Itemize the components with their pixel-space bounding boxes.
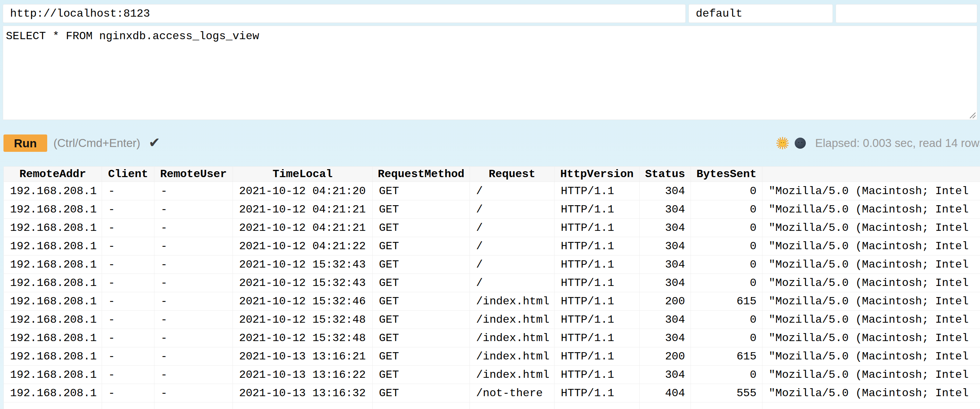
table-cell: - xyxy=(154,255,233,274)
table-cell: 2021-10-12 15:32:48 xyxy=(233,329,373,347)
column-header: HttpVersion xyxy=(555,167,640,182)
table-cell: 192.168.208.1 xyxy=(4,182,102,200)
table-row: 192.168.208.1--2021-10-12 15:32:43GET/HT… xyxy=(4,255,980,274)
table-row: 192.168.208.1--2021-10-12 04:21:21GET/HT… xyxy=(4,219,980,237)
table-row: 192.168.208.1--2021-10-12 15:32:46GET/in… xyxy=(4,292,980,311)
table-cell: /not-there xyxy=(470,384,555,403)
user-input[interactable] xyxy=(689,4,833,23)
table-cell: "Mozilla/5.0 (Macintosh; Intel xyxy=(762,329,980,347)
password-input[interactable] xyxy=(836,4,977,23)
table-cell: 2021-10-12 15:32:43 xyxy=(233,274,373,292)
table-cell: HTTP/1.1 xyxy=(555,311,640,329)
table-cell: / xyxy=(470,219,555,237)
table-cell: - xyxy=(154,219,233,237)
table-cell xyxy=(555,403,640,409)
table-cell: 192.168.208.1 xyxy=(4,237,102,255)
table-row: 192.168.208.1--2021-10-12 04:21:22GET/HT… xyxy=(4,237,980,255)
table-cell: 304 xyxy=(640,219,691,237)
table-cell: - xyxy=(102,182,154,200)
table-cell: HTTP/1.1 xyxy=(555,329,640,347)
table-cell: 192.168.208.1 xyxy=(4,292,102,311)
table-cell: "Mozilla/5.0 (Macintosh; Intel xyxy=(762,237,980,255)
table-cell: 192.168.208.1 xyxy=(4,200,102,219)
table-cell: 304 xyxy=(640,182,691,200)
run-bar: Run (Ctrl/Cmd+Enter) ✔ xyxy=(0,120,980,166)
table-cell: - xyxy=(154,366,233,384)
table-cell: /index.html xyxy=(470,311,555,329)
table-cell: 0 xyxy=(691,237,762,255)
elapsed-stats: Elapsed: 0.003 sec, read 14 rows. xyxy=(815,136,980,150)
table-cell: 192.168.208.1 xyxy=(4,255,102,274)
table-cell: - xyxy=(102,311,154,329)
server-url-input[interactable] xyxy=(3,4,686,23)
table-cell: 0 xyxy=(691,219,762,237)
table-cell: 192.168.208.1 xyxy=(4,347,102,366)
table-cell: 2021-10-12 04:21:21 xyxy=(233,200,373,219)
table-cell: - xyxy=(102,292,154,311)
table-cell: 2021-10-12 04:21:21 xyxy=(233,219,373,237)
table-row: 192.168.208.1--2021-10-12 04:21:20GET/HT… xyxy=(4,182,980,200)
table-cell: GET xyxy=(373,219,470,237)
table-row: 192.168.208.1--2021-10-12 15:32:48GET/in… xyxy=(4,329,980,347)
table-cell: GET xyxy=(373,366,470,384)
table-cell: - xyxy=(102,237,154,255)
moon-icon[interactable] xyxy=(794,137,806,149)
table-cell: - xyxy=(102,274,154,292)
table-cell: / xyxy=(470,182,555,200)
table-cell: 192.168.208.1 xyxy=(4,274,102,292)
column-header: UserAgent xyxy=(762,167,980,182)
column-header: RequestMethod xyxy=(373,167,470,182)
table-cell: 0 xyxy=(691,274,762,292)
table-cell: GET xyxy=(373,329,470,347)
table-row: 192.168.208.1--2021-10-13 13:16:32GET/no… xyxy=(4,384,980,403)
table-cell: 200 xyxy=(640,347,691,366)
run-shortcut-hint: (Ctrl/Cmd+Enter) xyxy=(53,136,140,150)
table-cell: 304 xyxy=(640,366,691,384)
table-cell: - xyxy=(102,384,154,403)
table-cell: - xyxy=(102,255,154,274)
table-cell: 304 xyxy=(640,237,691,255)
table-cell: GET xyxy=(373,384,470,403)
table-cell: 2021-10-13 13:16:22 xyxy=(233,366,373,384)
table-cell: /index.html xyxy=(470,366,555,384)
table-cell: 2021-10-12 15:32:46 xyxy=(233,292,373,311)
table-cell: "Mozilla/5.0 (Macintosh; Intel xyxy=(762,219,980,237)
table-row: 192.168.208.1--2021-10-12 15:32:43GET/HT… xyxy=(4,274,980,292)
run-button[interactable]: Run xyxy=(3,135,47,152)
query-editor[interactable]: SELECT * FROM nginxdb.access_logs_view xyxy=(3,25,977,120)
column-header: TimeLocal xyxy=(233,167,373,182)
table-cell: 192.168.208.1 xyxy=(4,384,102,403)
table-cell: / xyxy=(470,200,555,219)
sun-icon[interactable] xyxy=(776,137,789,149)
results-body: 192.168.208.1--2021-10-12 04:21:20GET/HT… xyxy=(4,182,980,409)
table-cell: GET xyxy=(373,274,470,292)
table-cell: HTTP/1.1 xyxy=(555,292,640,311)
table-cell: "Mozilla/5.0 (Macintosh; Intel xyxy=(762,200,980,219)
table-cell: 304 xyxy=(640,255,691,274)
table-cell: "Mozilla/5.0 (Macintosh; Intel xyxy=(762,182,980,200)
table-cell: 304 xyxy=(640,200,691,219)
table-cell: HTTP/1.1 xyxy=(555,219,640,237)
table-cell: GET xyxy=(373,311,470,329)
table-cell: HTTP/1.1 xyxy=(555,347,640,366)
connection-bar xyxy=(0,0,980,23)
table-row: 192.168.208.1--2021-10-12 15:32:48GET/in… xyxy=(4,311,980,329)
table-row: 192.168.208.1--2021-10-13 13:16:22GET/in… xyxy=(4,366,980,384)
table-cell: /index.html xyxy=(470,292,555,311)
table-cell: "Mozilla/5.0 (Macintosh; Intel xyxy=(762,274,980,292)
check-mark-icon: ✔ xyxy=(148,135,160,151)
table-cell: GET xyxy=(373,292,470,311)
table-cell: 404 xyxy=(640,384,691,403)
table-cell xyxy=(102,403,154,409)
table-cell: - xyxy=(102,366,154,384)
table-cell: 2021-10-12 15:32:43 xyxy=(233,255,373,274)
query-editor-wrap: SELECT * FROM nginxdb.access_logs_view xyxy=(3,25,977,120)
table-cell: / xyxy=(470,274,555,292)
table-cell: 192.168.208.1 xyxy=(4,329,102,347)
table-cell: - xyxy=(154,274,233,292)
table-cell xyxy=(691,403,762,409)
table-cell xyxy=(762,403,980,409)
table-cell: "Mozilla/5.0 (Macintosh; Intel xyxy=(762,384,980,403)
table-cell: 0 xyxy=(691,200,762,219)
column-header: BytesSent xyxy=(691,167,762,182)
